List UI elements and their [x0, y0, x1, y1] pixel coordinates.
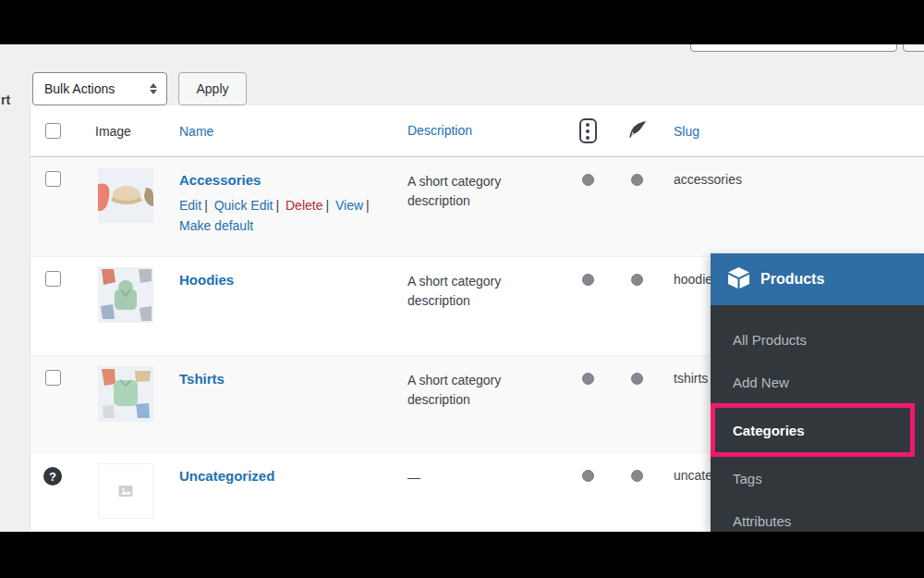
- placeholder-image-icon: [98, 463, 153, 519]
- header-description[interactable]: Description: [407, 123, 472, 138]
- select-all-checkbox[interactable]: [45, 123, 61, 139]
- bulk-actions-label: Bulk Actions: [44, 81, 115, 96]
- top-letterbox-bar: [0, 0, 924, 44]
- table-header-row: Image Name Description Slug: [30, 105, 924, 157]
- category-name-link[interactable]: Tshirts: [179, 371, 225, 387]
- bottom-letterbox-bar: [0, 532, 924, 578]
- menu-item-tags[interactable]: Tags: [711, 457, 924, 499]
- make-default-link[interactable]: Make default: [179, 218, 253, 233]
- products-flyout-menu: Products All Products Add New Categories…: [711, 253, 924, 532]
- edit-link[interactable]: Edit: [179, 198, 201, 213]
- view-link[interactable]: View: [335, 198, 363, 213]
- status-dot: [582, 373, 594, 385]
- row-actions: Edit| Quick Edit| Delete| View| Make def…: [179, 195, 403, 237]
- flyout-header-products[interactable]: Products: [711, 253, 924, 305]
- flyout-items: All Products Add New Categories Tags Att…: [711, 305, 924, 542]
- category-description: A short category description: [407, 356, 565, 452]
- bulk-actions-select[interactable]: Bulk Actions: [32, 72, 167, 105]
- header-image: Image: [75, 124, 176, 139]
- feather-icon[interactable]: [626, 118, 648, 144]
- quick-edit-link[interactable]: Quick Edit: [214, 198, 274, 213]
- status-dot: [631, 470, 643, 482]
- row-checkbox[interactable]: [45, 271, 61, 287]
- table-row-accessories: Accessories Edit| Quick Edit| Delete| Vi…: [30, 157, 924, 257]
- delete-link[interactable]: Delete: [286, 198, 322, 213]
- category-slug: accessories: [663, 157, 924, 256]
- menu-item-add-new[interactable]: Add New: [711, 361, 924, 403]
- row-checkbox[interactable]: [45, 171, 61, 187]
- tshirts-thumbnail: [98, 366, 153, 422]
- menu-item-all-products[interactable]: All Products: [711, 318, 924, 361]
- header-slug[interactable]: Slug: [674, 124, 699, 139]
- category-name-link[interactable]: Accessories: [179, 172, 261, 188]
- hoodies-thumbnail: [98, 267, 153, 323]
- select-arrows-icon: [150, 83, 157, 94]
- categories-admin-screen: rt Bulk Actions Apply Image Name Descrip…: [0, 0, 924, 578]
- accessories-thumbnail: [98, 167, 153, 223]
- status-dot: [582, 470, 594, 482]
- row-checkbox[interactable]: [45, 370, 61, 386]
- status-dot: [582, 274, 594, 286]
- help-icon[interactable]: ?: [43, 467, 62, 486]
- header-name[interactable]: Name: [179, 124, 213, 139]
- status-dot: [631, 174, 643, 186]
- category-description: A short category description: [407, 157, 565, 256]
- clipped-left-text: rt: [1, 92, 10, 107]
- category-name-link[interactable]: Uncategorized: [179, 468, 274, 484]
- flyout-title: Products: [760, 271, 824, 288]
- status-dot: [631, 274, 643, 286]
- dice-dots-icon[interactable]: [579, 118, 597, 143]
- menu-item-categories[interactable]: Categories: [711, 403, 915, 457]
- product-box-icon: [727, 266, 750, 293]
- category-name-link[interactable]: Hoodies: [179, 272, 234, 288]
- status-dot: [582, 174, 594, 186]
- category-description: —: [407, 453, 565, 531]
- status-dot: [631, 373, 643, 385]
- category-description: A short category description: [407, 257, 565, 355]
- apply-button[interactable]: Apply: [178, 72, 247, 105]
